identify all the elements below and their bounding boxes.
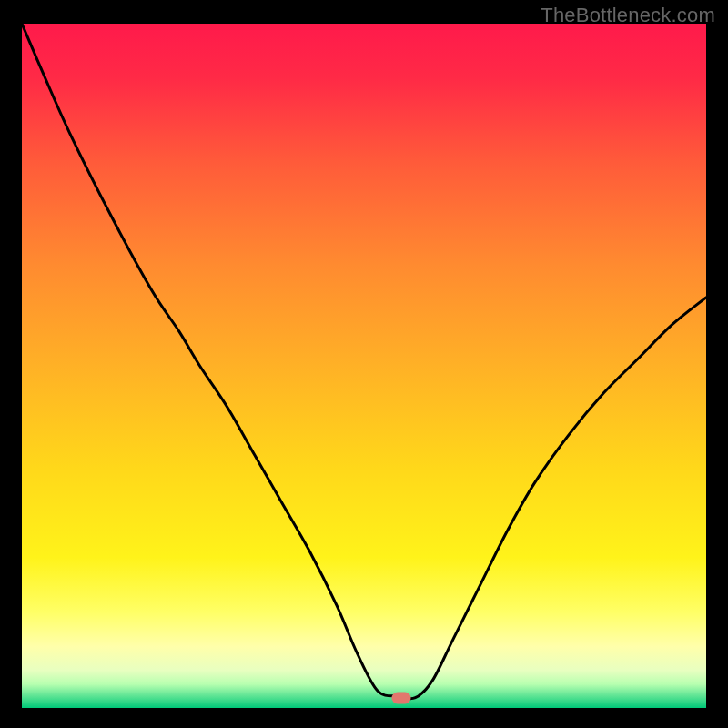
optimal-point-marker	[392, 692, 411, 703]
bottleneck-curve	[22, 24, 706, 708]
watermark-text: TheBottleneck.com	[541, 4, 715, 27]
plot-area	[22, 24, 706, 708]
chart-frame: TheBottleneck.com	[0, 0, 728, 728]
